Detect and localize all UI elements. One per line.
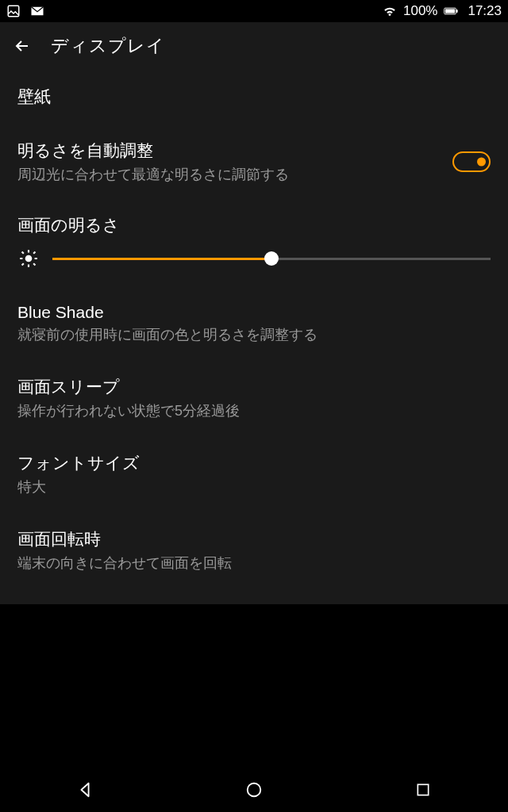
rotation-item[interactable]: 画面回転時 端末の向きに合わせて画面を回転 bbox=[0, 512, 508, 588]
wallpaper-item[interactable]: 壁紙 bbox=[0, 70, 508, 124]
navigation-bar bbox=[0, 768, 508, 812]
wallpaper-title: 壁紙 bbox=[17, 86, 491, 108]
nav-recent-button[interactable] bbox=[399, 774, 447, 806]
brightness-low-icon bbox=[17, 247, 40, 270]
rotation-title: 画面回転時 bbox=[17, 528, 491, 550]
blue-shade-title: Blue Shade bbox=[17, 303, 491, 322]
brightness-title: 画面の明るさ bbox=[17, 214, 491, 236]
blue-shade-item[interactable]: Blue Shade 就寝前の使用時に画面の色と明るさを調整する bbox=[0, 287, 508, 360]
blue-shade-subtitle: 就寝前の使用時に画面の色と明るさを調整する bbox=[17, 325, 491, 344]
header: ディスプレイ bbox=[0, 22, 508, 70]
auto-brightness-item[interactable]: 明るさを自動調整 周辺光に合わせて最適な明るさに調節する bbox=[0, 124, 508, 200]
font-size-subtitle: 特大 bbox=[17, 477, 491, 496]
brightness-slider[interactable] bbox=[52, 251, 491, 266]
sleep-item[interactable]: 画面スリープ 操作が行われない状態で5分経過後 bbox=[0, 360, 508, 436]
nav-home-button[interactable] bbox=[230, 774, 278, 806]
settings-list: 壁紙 明るさを自動調整 周辺光に合わせて最適な明るさに調節する 画面の明るさ B… bbox=[0, 70, 508, 604]
image-icon bbox=[6, 4, 21, 18]
nav-back-button[interactable] bbox=[61, 774, 109, 806]
clock-time: 17:23 bbox=[468, 3, 502, 19]
battery-icon bbox=[444, 4, 458, 18]
svg-rect-0 bbox=[8, 6, 19, 17]
page-title: ディスプレイ bbox=[51, 34, 165, 58]
sleep-title: 画面スリープ bbox=[17, 376, 491, 398]
mail-icon bbox=[30, 4, 44, 18]
font-size-title: フォントサイズ bbox=[17, 452, 491, 474]
font-size-item[interactable]: フォントサイズ 特大 bbox=[0, 436, 508, 512]
battery-percent: 100% bbox=[403, 3, 437, 19]
rotation-subtitle: 端末の向きに合わせて画面を回転 bbox=[17, 553, 491, 573]
status-bar: 100% 17:23 bbox=[0, 0, 508, 22]
brightness-item: 画面の明るさ bbox=[0, 200, 508, 287]
auto-brightness-toggle[interactable] bbox=[452, 151, 491, 172]
svg-rect-3 bbox=[457, 10, 459, 13]
auto-brightness-title: 明るさを自動調整 bbox=[17, 140, 452, 162]
back-button[interactable] bbox=[13, 36, 32, 56]
wifi-icon bbox=[383, 4, 397, 18]
auto-brightness-subtitle: 周辺光に合わせて最適な明るさに調節する bbox=[17, 165, 452, 184]
svg-point-4 bbox=[25, 255, 33, 262]
svg-rect-2 bbox=[445, 9, 455, 13]
sleep-subtitle: 操作が行われない状態で5分経過後 bbox=[17, 401, 491, 420]
svg-rect-6 bbox=[418, 784, 429, 795]
svg-point-5 bbox=[248, 783, 261, 797]
